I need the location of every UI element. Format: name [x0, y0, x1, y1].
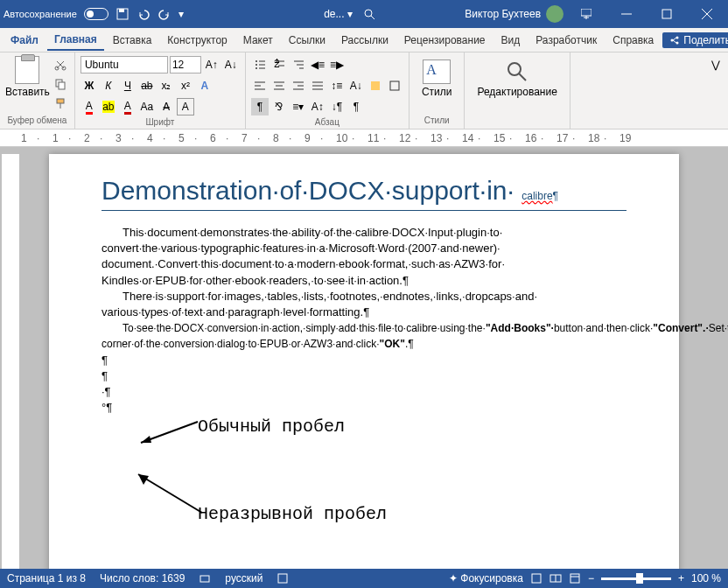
text-effects-icon[interactable]: A: [196, 77, 214, 94]
italic-button[interactable]: К: [100, 77, 117, 94]
cut-icon[interactable]: [52, 56, 69, 74]
redo-icon[interactable]: [158, 7, 172, 21]
status-lang[interactable]: русский: [225, 572, 262, 584]
font-size-select[interactable]: [170, 56, 201, 74]
statusbar: Страница 1 из 8 Число слов: 1639 русский…: [0, 569, 728, 588]
annotation-nbsp: Неразрывной пробел: [198, 504, 387, 524]
borders-icon[interactable]: [386, 77, 403, 94]
para-more1-icon[interactable]: ⅋: [270, 98, 288, 116]
bullets-icon[interactable]: [251, 56, 269, 74]
tab-mailings[interactable]: Рассылки: [334, 31, 396, 50]
paste-button[interactable]: Вставить: [5, 56, 50, 98]
status-words[interactable]: Число слов: 1639: [100, 572, 185, 584]
para-more3-icon[interactable]: A↕: [309, 98, 326, 116]
tab-layout[interactable]: Макет: [236, 31, 280, 50]
empty-para-2[interactable]: ¶: [102, 368, 626, 384]
numbering-icon[interactable]: 12: [270, 56, 288, 74]
font-color2-icon[interactable]: A: [119, 98, 136, 116]
doc-title-label[interactable]: de... ▾: [324, 8, 353, 20]
group-styles: Стили Стили: [410, 52, 466, 129]
align-center-icon[interactable]: [270, 77, 288, 94]
zoom-level[interactable]: 100 %: [691, 572, 721, 584]
para-more2-icon[interactable]: ≡▾: [290, 98, 307, 116]
shading-icon[interactable]: [367, 77, 384, 94]
view-read-icon[interactable]: [550, 572, 562, 584]
document-area[interactable]: Demonstration·of·DOCX·support·in· calibr…: [0, 147, 728, 570]
vertical-ruler[interactable]: [2, 154, 19, 570]
zoom-slider[interactable]: [601, 578, 671, 580]
grow-font-icon[interactable]: A↑: [203, 56, 220, 74]
font-color-icon[interactable]: A: [80, 98, 98, 116]
align-left-icon[interactable]: [251, 77, 269, 94]
shrink-font-icon[interactable]: A↓: [222, 56, 240, 74]
nbsp-para[interactable]: °¶: [102, 400, 626, 416]
paragraph-3[interactable]: To·see·the·DOCX·conversion·in·action,·si…: [102, 320, 626, 352]
subscript-button[interactable]: x₂: [158, 77, 175, 94]
tab-help[interactable]: Справка: [606, 31, 661, 50]
tab-insert[interactable]: Вставка: [106, 31, 159, 50]
avatar[interactable]: [546, 5, 564, 23]
tab-design[interactable]: Конструктор: [160, 31, 234, 50]
char-border-icon[interactable]: A: [177, 98, 194, 116]
spellcheck-icon[interactable]: [199, 572, 211, 584]
space-para[interactable]: ·¶: [102, 384, 626, 400]
tab-file[interactable]: Файл: [4, 31, 46, 50]
decrease-indent-icon[interactable]: ◀≡: [309, 56, 326, 74]
styles-button[interactable]: Стили: [415, 56, 459, 102]
share-button[interactable]: Поделиться: [662, 32, 728, 48]
sort-icon[interactable]: A↓: [347, 77, 365, 94]
view-print-icon[interactable]: [530, 572, 542, 584]
clear-format-icon[interactable]: A̶: [158, 98, 175, 116]
view-web-icon[interactable]: [569, 572, 581, 584]
doc-heading[interactable]: Demonstration·of·DOCX·support·in· calibr…: [102, 175, 626, 211]
strike-button[interactable]: ab: [138, 77, 156, 94]
maximize-icon[interactable]: [649, 0, 684, 28]
focus-mode-button[interactable]: ✦ Фокусировка: [449, 572, 523, 584]
search-icon[interactable]: [363, 8, 375, 20]
titlebar: Автосохранение ▾ de... ▾ Виктор Бухтеев: [0, 0, 728, 28]
tab-review[interactable]: Рецензирование: [397, 31, 493, 50]
line-spacing-icon[interactable]: ↕≡: [328, 77, 346, 94]
empty-para-1[interactable]: ¶: [102, 353, 626, 368]
showhide-icon[interactable]: ¶: [251, 98, 269, 116]
editing-button[interactable]: Редактирование: [470, 56, 564, 102]
superscript-button[interactable]: x²: [177, 77, 194, 94]
user-name[interactable]: Виктор Бухтеев: [465, 8, 541, 20]
svg-rect-6: [662, 10, 671, 18]
zoom-in-icon[interactable]: +: [678, 572, 684, 584]
page[interactable]: Demonstration·of·DOCX·support·in· calibr…: [49, 154, 679, 570]
tab-view[interactable]: Вид: [494, 31, 528, 50]
collapse-ribbon-icon[interactable]: ⋁: [707, 56, 724, 74]
increase-indent-icon[interactable]: ≡▶: [328, 56, 346, 74]
svg-marker-48: [141, 436, 151, 443]
zoom-out-icon[interactable]: −: [588, 572, 594, 584]
format-painter-icon[interactable]: [52, 94, 69, 112]
tab-home[interactable]: Главная: [47, 30, 104, 51]
justify-icon[interactable]: [309, 77, 326, 94]
macro-icon[interactable]: [276, 572, 289, 584]
tab-developer[interactable]: Разработчик: [528, 31, 604, 50]
ribbon-display-icon[interactable]: [569, 0, 604, 28]
font-name-select[interactable]: [80, 56, 168, 74]
status-page[interactable]: Страница 1 из 8: [7, 572, 86, 584]
save-icon[interactable]: [116, 7, 130, 21]
copy-icon[interactable]: [52, 75, 69, 93]
highlight-icon[interactable]: ab: [100, 98, 117, 116]
para-more4-icon[interactable]: ↓¶: [328, 98, 346, 116]
group-paragraph-label: Абзац: [251, 117, 403, 127]
autosave-toggle[interactable]: [84, 8, 108, 20]
minimize-icon[interactable]: [609, 0, 644, 28]
para-more5-icon[interactable]: ¶: [347, 98, 365, 116]
underline-button[interactable]: Ч: [119, 77, 136, 94]
close-icon[interactable]: [690, 0, 724, 28]
align-right-icon[interactable]: [290, 77, 307, 94]
horizontal-ruler[interactable]: 1·1·2·3·4·5·6·7·8·9·10·11·12·13·14·15·16…: [0, 130, 728, 147]
change-case-button[interactable]: Aa: [138, 98, 156, 116]
bold-button[interactable]: Ж: [80, 77, 98, 94]
paragraph-2[interactable]: There·is·support·for·images,·tables,·lis…: [102, 289, 626, 320]
undo-icon[interactable]: [136, 7, 150, 21]
svg-line-49: [138, 474, 202, 513]
paragraph-1[interactable]: This·document·demonstrates·the·ability·o…: [102, 225, 626, 289]
multilevel-icon[interactable]: [290, 56, 307, 74]
tab-references[interactable]: Ссылки: [282, 31, 332, 50]
